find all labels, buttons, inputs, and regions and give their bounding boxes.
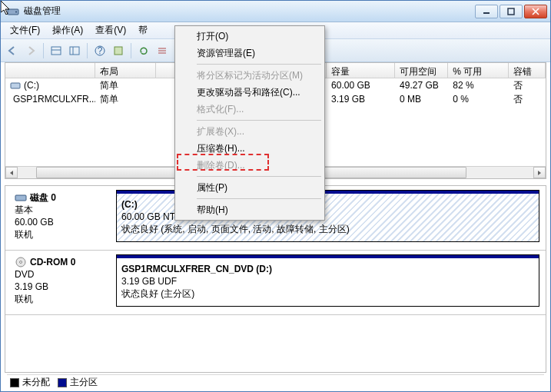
legend-swatch-primary bbox=[58, 378, 67, 387]
minimize-button[interactable] bbox=[475, 5, 498, 18]
svg-point-21 bbox=[20, 261, 22, 264]
cdrom-icon bbox=[15, 256, 27, 268]
toolbar-refresh-icon[interactable] bbox=[135, 42, 152, 59]
menu-change-path[interactable]: 更改驱动器号和路径(C)... bbox=[177, 84, 323, 101]
scroll-right-button[interactable] bbox=[533, 167, 546, 178]
menu-shrink[interactable]: 压缩卷(H)... bbox=[177, 140, 323, 157]
menu-open[interactable]: 打开(O) bbox=[177, 28, 323, 45]
partition-block[interactable]: GSP1RMCULXFRER_CN_DVD (D:) 3.19 GB UDF 状… bbox=[116, 254, 539, 307]
disk-info[interactable]: 磁盘 0 基本 60.00 GB 联机 bbox=[12, 190, 111, 242]
svg-rect-19 bbox=[15, 195, 26, 201]
titlebar[interactable]: 磁盘管理 bbox=[1, 1, 550, 22]
col-layout[interactable]: 布局 bbox=[95, 63, 156, 78]
disk-management-window: 磁盘管理 文件(F) 操作(A) 查看(V) 帮 ? 布局 容量 bbox=[0, 0, 551, 392]
menu-view[interactable]: 查看(V) bbox=[89, 22, 132, 38]
svg-rect-6 bbox=[51, 47, 61, 55]
menu-format: 格式化(F)... bbox=[177, 101, 323, 118]
close-button[interactable] bbox=[524, 5, 547, 18]
col-pct[interactable]: % 可用 bbox=[448, 63, 509, 78]
mouse-cursor bbox=[1, 1, 15, 15]
svg-rect-3 bbox=[508, 8, 514, 15]
disk-row: CD-ROM 0 DVD 3.19 GB 联机 GSP1RMCULXFRER_C… bbox=[5, 251, 546, 315]
menu-file[interactable]: 文件(F) bbox=[4, 22, 46, 38]
col-capacity[interactable]: 容量 bbox=[327, 63, 395, 78]
disk-info[interactable]: CD-ROM 0 DVD 3.19 GB 联机 bbox=[12, 254, 111, 307]
svg-rect-16 bbox=[11, 83, 20, 88]
menu-delete: 删除卷(D)... bbox=[177, 157, 323, 174]
hdd-icon bbox=[15, 191, 27, 204]
toolbar-forward[interactable] bbox=[22, 42, 39, 59]
menu-mark-active: 将分区标记为活动分区(M) bbox=[177, 67, 323, 84]
maximize-button[interactable] bbox=[500, 5, 523, 18]
toolbar-back[interactable] bbox=[4, 42, 21, 59]
legend: 未分配 主分区 bbox=[7, 374, 544, 390]
toolbar-help-icon[interactable]: ? bbox=[91, 42, 108, 59]
toolbar-view1[interactable] bbox=[48, 42, 65, 59]
menu-explorer[interactable]: 资源管理器(E) bbox=[177, 45, 323, 61]
context-menu: 打开(O) 资源管理器(E) 将分区标记为活动分区(M) 更改驱动器号和路径(C… bbox=[174, 25, 325, 221]
scroll-left-button[interactable] bbox=[5, 167, 18, 178]
col-volume[interactable] bbox=[5, 63, 95, 78]
legend-swatch-unallocated bbox=[10, 378, 19, 387]
window-title: 磁盘管理 bbox=[24, 5, 475, 18]
menu-extend: 扩展卷(X)... bbox=[177, 123, 323, 140]
svg-point-1 bbox=[15, 11, 17, 12]
svg-rect-12 bbox=[115, 47, 122, 55]
menu-help[interactable]: 帮 bbox=[132, 22, 154, 38]
toolbar-view2[interactable] bbox=[66, 42, 83, 59]
menu-properties[interactable]: 属性(P) bbox=[177, 179, 323, 196]
menu-action[interactable]: 操作(A) bbox=[46, 22, 89, 38]
col-free[interactable]: 可用空间 bbox=[395, 63, 448, 78]
svg-text:?: ? bbox=[98, 45, 103, 56]
menu-help[interactable]: 帮助(H) bbox=[177, 201, 323, 218]
svg-rect-8 bbox=[70, 47, 79, 55]
drive-icon bbox=[10, 80, 21, 91]
toolbar-list-icon[interactable] bbox=[154, 42, 171, 59]
col-ft[interactable]: 容错 bbox=[509, 63, 546, 78]
toolbar-props-icon[interactable] bbox=[110, 42, 127, 59]
